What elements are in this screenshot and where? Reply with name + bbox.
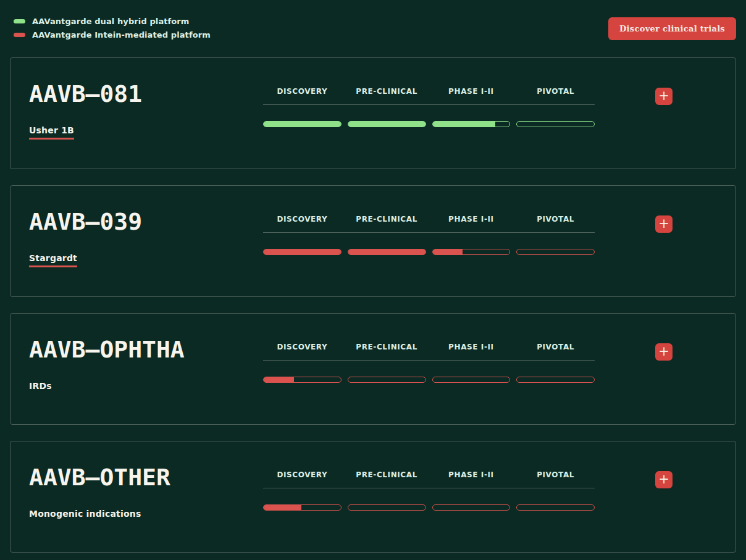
progress-bar — [348, 249, 426, 255]
red-pill-icon — [14, 33, 25, 37]
progress-bar — [516, 121, 595, 127]
green-pill-icon — [14, 19, 25, 23]
stage-header: PIVOTAL — [516, 470, 595, 479]
stage-header: PHASE I-II — [432, 343, 511, 351]
program-indication: IRDs — [29, 381, 52, 391]
program-name: AAVB–039 — [29, 209, 263, 235]
plus-icon: + — [658, 473, 669, 486]
pipeline-page: AAVantgarde dual hybrid platform AAVantg… — [0, 0, 746, 560]
progress-bar — [263, 121, 342, 127]
stage-header: PHASE I-II — [432, 215, 511, 224]
stage-divider — [263, 104, 595, 105]
stage-header: DISCOVERY — [263, 343, 342, 351]
legend-label: AAVantgarde Intein-mediated platform — [32, 30, 211, 40]
stage-header: PIVOTAL — [516, 343, 595, 351]
program-info: AAVB–OTHER Monogenic indications — [29, 465, 263, 519]
platform-legend: AAVantgarde dual hybrid platform AAVantg… — [14, 17, 211, 40]
stage-header: PRE-CLINICAL — [348, 343, 426, 351]
program-info: AAVB–OPHTHA IRDs — [29, 337, 263, 391]
stage-grid: DISCOVERYPRE-CLINICALPHASE I-IIPIVOTAL — [263, 337, 595, 383]
progress-bar — [263, 249, 342, 255]
progress-bar — [432, 377, 511, 383]
stage-header: PHASE I-II — [432, 87, 511, 96]
expand-program-button[interactable]: + — [655, 88, 673, 105]
legend-item-intein-mediated: AAVantgarde Intein-mediated platform — [14, 30, 211, 40]
program-indication-link[interactable]: Usher 1B — [29, 125, 74, 140]
program-info: AAVB–039 Stargardt — [29, 209, 263, 267]
stage-header-row: DISCOVERYPRE-CLINICALPHASE I-IIPIVOTAL — [263, 215, 595, 224]
stage-header: PIVOTAL — [516, 215, 595, 224]
program-card: AAVB–OPHTHA IRDs DISCOVERYPRE-CLINICALPH… — [10, 313, 736, 425]
stage-grid: DISCOVERYPRE-CLINICALPHASE I-IIPIVOTAL — [263, 81, 595, 127]
stage-bar-row — [263, 249, 595, 255]
stage-header-row: DISCOVERYPRE-CLINICALPHASE I-IIPIVOTAL — [263, 343, 595, 351]
expand-program-button[interactable]: + — [655, 215, 673, 233]
stage-header: PRE-CLINICAL — [348, 215, 426, 224]
progress-bar — [516, 249, 595, 255]
stage-divider — [263, 232, 595, 233]
pipeline-list: AAVB–081 Usher 1B DISCOVERYPRE-CLINICALP… — [10, 57, 736, 553]
expand-program-button[interactable]: + — [655, 471, 673, 488]
stage-header: DISCOVERY — [263, 470, 342, 479]
stage-header: DISCOVERY — [263, 215, 342, 224]
program-card: AAVB–OTHER Monogenic indications DISCOVE… — [10, 441, 736, 553]
progress-bar — [432, 249, 511, 255]
plus-icon: + — [658, 345, 669, 358]
legend-item-dual-hybrid: AAVantgarde dual hybrid platform — [14, 17, 211, 26]
program-indication: Monogenic indications — [29, 509, 141, 519]
program-card: AAVB–081 Usher 1B DISCOVERYPRE-CLINICALP… — [10, 57, 736, 169]
stage-bar-row — [263, 377, 595, 383]
progress-bar — [348, 121, 426, 127]
topbar: AAVantgarde dual hybrid platform AAVantg… — [10, 17, 736, 40]
stage-header: PRE-CLINICAL — [348, 470, 426, 479]
plus-icon: + — [658, 90, 669, 102]
program-name: AAVB–081 — [29, 81, 263, 107]
stage-header: PRE-CLINICAL — [348, 87, 426, 96]
stage-header: DISCOVERY — [263, 87, 342, 96]
progress-bar — [263, 504, 342, 511]
stage-header: PHASE I-II — [432, 470, 511, 479]
stage-header-row: DISCOVERYPRE-CLINICALPHASE I-IIPIVOTAL — [263, 470, 595, 479]
legend-label: AAVantgarde dual hybrid platform — [32, 17, 190, 26]
program-indication-link[interactable]: Stargardt — [29, 253, 77, 267]
stage-divider — [263, 488, 595, 488]
program-name: AAVB–OPHTHA — [29, 337, 263, 363]
progress-bar — [516, 504, 595, 511]
progress-bar — [516, 377, 595, 383]
progress-bar — [432, 121, 511, 127]
program-card: AAVB–039 Stargardt DISCOVERYPRE-CLINICAL… — [10, 185, 736, 297]
plus-icon: + — [658, 217, 669, 230]
progress-bar — [348, 504, 426, 511]
progress-bar — [263, 377, 342, 383]
progress-bar — [348, 377, 426, 383]
stage-header: PIVOTAL — [516, 87, 595, 96]
progress-bar — [432, 504, 511, 511]
stage-divider — [263, 360, 595, 361]
stage-header-row: DISCOVERYPRE-CLINICALPHASE I-IIPIVOTAL — [263, 87, 595, 96]
program-info: AAVB–081 Usher 1B — [29, 81, 263, 140]
program-name: AAVB–OTHER — [29, 465, 263, 491]
stage-grid: DISCOVERYPRE-CLINICALPHASE I-IIPIVOTAL — [263, 465, 595, 511]
discover-clinical-trials-button[interactable]: Discover clinical trials — [608, 17, 736, 40]
expand-program-button[interactable]: + — [655, 343, 673, 361]
stage-bar-row — [263, 504, 595, 511]
stage-bar-row — [263, 121, 595, 127]
stage-grid: DISCOVERYPRE-CLINICALPHASE I-IIPIVOTAL — [263, 209, 595, 255]
